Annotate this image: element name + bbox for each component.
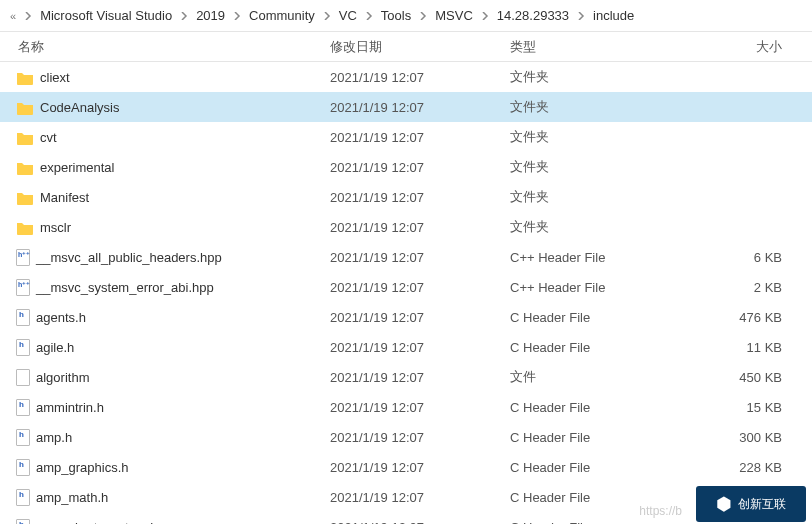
file-type: 文件夹 xyxy=(510,158,660,176)
folder-icon xyxy=(16,68,34,86)
file-row[interactable]: msclr2021/1/19 12:07文件夹 xyxy=(0,212,812,242)
chevron-right-icon[interactable] xyxy=(415,12,431,20)
file-date: 2021/1/19 12:07 xyxy=(330,400,510,415)
breadcrumb-back-icon[interactable]: « xyxy=(6,10,20,22)
file-row[interactable]: __msvc_system_error_abi.hpp2021/1/19 12:… xyxy=(0,272,812,302)
h-icon xyxy=(16,309,30,326)
file-date: 2021/1/19 12:07 xyxy=(330,520,510,525)
file-name: agile.h xyxy=(36,340,74,355)
file-name: amp.h xyxy=(36,430,72,445)
file-type: C++ Header File xyxy=(510,280,660,295)
breadcrumb-segment[interactable]: include xyxy=(589,8,638,23)
file-row[interactable]: ammintrin.h2021/1/19 12:07C Header File1… xyxy=(0,392,812,422)
file-date: 2021/1/19 12:07 xyxy=(330,490,510,505)
file-name: ammintrin.h xyxy=(36,400,104,415)
file-type: C Header File xyxy=(510,400,660,415)
hpp-icon xyxy=(16,279,30,296)
header-type[interactable]: 类型 xyxy=(510,38,660,56)
breadcrumb-segment[interactable]: MSVC xyxy=(431,8,477,23)
breadcrumb-segment[interactable]: Microsoft Visual Studio xyxy=(36,8,176,23)
file-type: 文件 xyxy=(510,368,660,386)
file-type: 文件夹 xyxy=(510,188,660,206)
file-size: 6 KB xyxy=(660,250,812,265)
folder-icon xyxy=(16,98,34,116)
file-size: 15 KB xyxy=(660,400,812,415)
file-name: Manifest xyxy=(40,190,89,205)
file-row[interactable]: cliext2021/1/19 12:07文件夹 xyxy=(0,62,812,92)
h-icon xyxy=(16,399,30,416)
file-name: msclr xyxy=(40,220,71,235)
file-row[interactable]: amp_graphics.h2021/1/19 12:07C Header Fi… xyxy=(0,452,812,482)
h-icon xyxy=(16,429,30,446)
folder-icon xyxy=(16,158,34,176)
breadcrumb-segment[interactable]: Tools xyxy=(377,8,415,23)
file-row[interactable]: amp.h2021/1/19 12:07C Header File300 KB xyxy=(0,422,812,452)
folder-icon xyxy=(16,218,34,236)
file-icon xyxy=(16,369,30,386)
file-row[interactable]: amp_math.h2021/1/19 12:07C Header File xyxy=(0,482,812,512)
file-date: 2021/1/19 12:07 xyxy=(330,250,510,265)
file-type: C Header File xyxy=(510,490,660,505)
file-name: experimental xyxy=(40,160,114,175)
header-size[interactable]: 大小 xyxy=(660,38,812,56)
chevron-right-icon[interactable] xyxy=(20,12,36,20)
file-row[interactable]: Manifest2021/1/19 12:07文件夹 xyxy=(0,182,812,212)
file-name: amp_math.h xyxy=(36,490,108,505)
header-date[interactable]: 修改日期 xyxy=(330,38,510,56)
breadcrumb-segment[interactable]: 2019 xyxy=(192,8,229,23)
file-type: C Header File xyxy=(510,430,660,445)
file-type: 文件夹 xyxy=(510,218,660,236)
file-name: amp_graphics.h xyxy=(36,460,129,475)
folder-icon xyxy=(16,188,34,206)
file-size: 228 KB xyxy=(660,460,812,475)
file-name: cliext xyxy=(40,70,70,85)
file-date: 2021/1/19 12:07 xyxy=(330,70,510,85)
header-name[interactable]: 名称 xyxy=(0,38,330,56)
file-size: 476 KB xyxy=(660,310,812,325)
file-type: 文件夹 xyxy=(510,128,660,146)
file-name: __msvc_system_error_abi.hpp xyxy=(36,280,214,295)
chevron-right-icon[interactable] xyxy=(361,12,377,20)
file-type: C Header File xyxy=(510,520,660,525)
file-name: algorithm xyxy=(36,370,89,385)
file-date: 2021/1/19 12:07 xyxy=(330,370,510,385)
file-type: C++ Header File xyxy=(510,250,660,265)
file-name: __msvc_all_public_headers.hpp xyxy=(36,250,222,265)
file-date: 2021/1/19 12:07 xyxy=(330,130,510,145)
file-type: C Header File xyxy=(510,460,660,475)
file-row[interactable]: __msvc_all_public_headers.hpp2021/1/19 1… xyxy=(0,242,812,272)
h-icon xyxy=(16,339,30,356)
file-row[interactable]: algorithm2021/1/19 12:07文件450 KB xyxy=(0,362,812,392)
chevron-right-icon[interactable] xyxy=(477,12,493,20)
chevron-right-icon[interactable] xyxy=(229,12,245,20)
file-date: 2021/1/19 12:07 xyxy=(330,460,510,475)
breadcrumb-segment[interactable]: VC xyxy=(335,8,361,23)
breadcrumb-segment[interactable]: Community xyxy=(245,8,319,23)
file-row[interactable]: cvt2021/1/19 12:07文件夹 xyxy=(0,122,812,152)
h-icon xyxy=(16,489,30,506)
file-date: 2021/1/19 12:07 xyxy=(330,340,510,355)
breadcrumb[interactable]: « Microsoft Visual Studio2019CommunityVC… xyxy=(0,0,812,32)
file-size: 2 KB xyxy=(660,280,812,295)
hpp-icon xyxy=(16,249,30,266)
file-date: 2021/1/19 12:07 xyxy=(330,190,510,205)
chevron-right-icon[interactable] xyxy=(319,12,335,20)
file-name: agents.h xyxy=(36,310,86,325)
folder-icon xyxy=(16,128,34,146)
file-row[interactable]: agents.h2021/1/19 12:07C Header File476 … xyxy=(0,302,812,332)
file-type: 文件夹 xyxy=(510,98,660,116)
file-row[interactable]: experimental2021/1/19 12:07文件夹 xyxy=(0,152,812,182)
chevron-right-icon[interactable] xyxy=(176,12,192,20)
file-date: 2021/1/19 12:07 xyxy=(330,310,510,325)
breadcrumb-segment[interactable]: 14.28.29333 xyxy=(493,8,573,23)
file-name: cvt xyxy=(40,130,57,145)
file-row[interactable]: agile.h2021/1/19 12:07C Header File11 KB xyxy=(0,332,812,362)
file-date: 2021/1/19 12:07 xyxy=(330,100,510,115)
chevron-right-icon[interactable] xyxy=(573,12,589,20)
h-icon xyxy=(16,459,30,476)
file-type: C Header File xyxy=(510,310,660,325)
file-size: 11 KB xyxy=(660,340,812,355)
file-row[interactable]: CodeAnalysis2021/1/19 12:07文件夹 xyxy=(0,92,812,122)
file-size: 300 KB xyxy=(660,430,812,445)
file-row[interactable]: amp_short_vectors.h2021/1/19 12:07C Head… xyxy=(0,512,812,524)
